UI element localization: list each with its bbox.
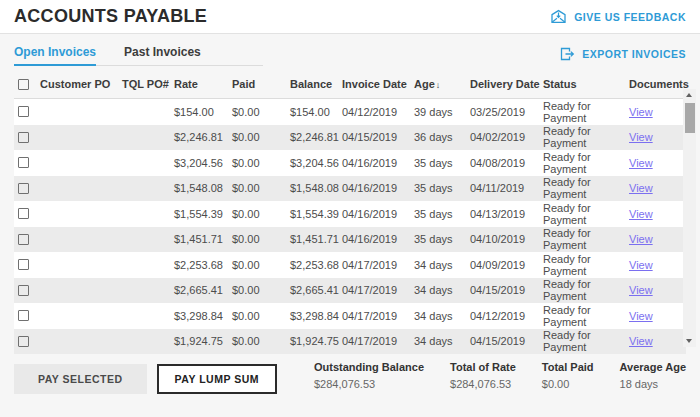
row-checkbox[interactable] [18, 157, 29, 168]
view-document-link[interactable]: View [629, 157, 653, 169]
summary-value: $284,076.53 [450, 378, 516, 390]
view-document-link[interactable]: View [629, 131, 653, 143]
cell-paid: $0.00 [232, 259, 290, 271]
column-header-age[interactable]: Age↓ [414, 78, 470, 90]
cell-invoice-date: 04/17/2019 [342, 259, 414, 271]
cell-invoice-date: 04/16/2019 [342, 182, 414, 194]
cell-delivery-date: 04/08/2019 [470, 157, 543, 169]
summary-label: Total of Rate [450, 361, 516, 373]
cell-rate: $1,554.39 [174, 208, 232, 220]
cell-balance: $1,924.75 [290, 335, 342, 347]
column-header-customer-po[interactable]: Customer PO [40, 78, 122, 90]
row-checkbox[interactable] [18, 208, 29, 219]
column-header-status[interactable]: Status [543, 78, 629, 90]
cell-paid: $0.00 [232, 131, 290, 143]
cell-status: Ready for Payment [543, 202, 629, 226]
cell-status: Ready for Payment [543, 125, 629, 149]
cell-balance: $2,665.41 [290, 284, 342, 296]
cell-invoice-date: 04/16/2019 [342, 233, 414, 245]
row-checkbox[interactable] [18, 234, 29, 245]
cell-delivery-date: 04/09/2019 [470, 259, 543, 271]
scroll-down-icon[interactable] [686, 339, 692, 343]
pay-selected-button[interactable]: PAY SELECTED [14, 364, 147, 394]
payment-buttons: PAY SELECTED PAY LUMP SUM [14, 364, 277, 394]
row-checkbox[interactable] [18, 336, 29, 347]
table-row: $2,246.81 $0.00 $2,246.81 04/15/2019 36 … [14, 125, 686, 151]
row-checkbox[interactable] [18, 183, 29, 194]
cell-rate: $2,246.81 [174, 131, 232, 143]
summary-value: $0.00 [542, 378, 594, 390]
top-bar: ACCOUNTS PAYABLE GIVE US FEEDBACK [0, 0, 700, 34]
table-body: $154.00 $0.00 $154.00 04/12/2019 39 days… [14, 99, 686, 354]
cell-age: 35 days [414, 182, 470, 194]
cell-rate: $1,451.71 [174, 233, 232, 245]
scrollbar-thumb[interactable] [685, 103, 695, 133]
select-all-checkbox[interactable] [18, 79, 29, 90]
summary-label: Total Paid [542, 361, 594, 373]
view-document-link[interactable]: View [629, 310, 653, 322]
cell-paid: $0.00 [232, 335, 290, 347]
cell-paid: $0.00 [232, 233, 290, 245]
scroll-up-icon[interactable] [686, 93, 692, 97]
table-row: $2,253.68 $0.00 $2,253.68 04/17/2019 34 … [14, 252, 686, 278]
row-checkbox[interactable] [18, 285, 29, 296]
view-document-link[interactable]: View [629, 259, 653, 271]
export-icon [560, 47, 575, 61]
cell-rate: $1,548.08 [174, 182, 232, 194]
view-document-link[interactable]: View [629, 233, 653, 245]
cell-balance: $3,298.84 [290, 310, 342, 322]
export-invoices-link[interactable]: EXPORT INVOICES [560, 47, 686, 61]
summary-label: Average Age [620, 361, 686, 373]
cell-invoice-date: 04/15/2019 [342, 131, 414, 143]
cell-delivery-date: 04/15/2019 [470, 284, 543, 296]
cell-rate: $3,298.84 [174, 310, 232, 322]
footer-bar: PAY SELECTED PAY LUMP SUM Outstanding Ba… [0, 361, 700, 394]
cell-invoice-date: 04/17/2019 [342, 284, 414, 296]
cell-balance: $2,253.68 [290, 259, 342, 271]
row-checkbox[interactable] [18, 310, 29, 321]
cell-rate: $2,253.68 [174, 259, 232, 271]
cell-status: Ready for Payment [543, 151, 629, 175]
pay-lump-sum-button[interactable]: PAY LUMP SUM [157, 364, 277, 394]
column-header-paid[interactable]: Paid [232, 78, 290, 90]
cell-balance: $3,204.56 [290, 157, 342, 169]
cell-balance: $1,554.39 [290, 208, 342, 220]
cell-delivery-date: 04/02/2019 [470, 131, 543, 143]
view-document-link[interactable]: View [629, 335, 653, 347]
column-header-rate[interactable]: Rate [174, 78, 232, 90]
cell-age: 39 days [414, 106, 470, 118]
summary-outstanding-balance: Outstanding Balance $284,076.53 [314, 361, 424, 390]
table-row: $3,298.84 $0.00 $3,298.84 04/17/2019 34 … [14, 303, 686, 329]
cell-age: 35 days [414, 233, 470, 245]
cell-delivery-date: 04/10/2019 [470, 233, 543, 245]
row-checkbox[interactable] [18, 259, 29, 270]
cell-age: 34 days [414, 335, 470, 347]
tab-past-invoices[interactable]: Past Invoices [124, 42, 201, 66]
summary-average-age: Average Age 18 days [620, 361, 686, 390]
cell-status: Ready for Payment [543, 100, 629, 124]
cell-delivery-date: 04/13/2019 [470, 208, 543, 220]
column-header-delivery-date[interactable]: Delivery Date [470, 78, 543, 90]
table-row: $154.00 $0.00 $154.00 04/12/2019 39 days… [14, 99, 686, 125]
column-header-balance[interactable]: Balance [290, 78, 342, 90]
cell-age: 34 days [414, 284, 470, 296]
tab-open-invoices[interactable]: Open Invoices [14, 42, 96, 66]
cell-invoice-date: 04/17/2019 [342, 335, 414, 347]
column-header-invoice-date[interactable]: Invoice Date [342, 78, 414, 90]
invoice-tabs: Open Invoices Past Invoices [14, 42, 263, 66]
view-document-link[interactable]: View [629, 106, 653, 118]
column-header-documents[interactable]: Documents [629, 78, 689, 90]
table-scrollbar[interactable] [683, 89, 696, 347]
view-document-link[interactable]: View [629, 182, 653, 194]
column-header-tql-po[interactable]: TQL PO# [122, 78, 174, 90]
row-checkbox[interactable] [18, 106, 29, 117]
view-document-link[interactable]: View [629, 208, 653, 220]
give-us-feedback-link[interactable]: GIVE US FEEDBACK [550, 9, 686, 24]
summary-total-of-rate: Total of Rate $284,076.53 [450, 361, 516, 390]
row-checkbox[interactable] [18, 132, 29, 143]
cell-invoice-date: 04/16/2019 [342, 208, 414, 220]
export-label: EXPORT INVOICES [582, 48, 686, 60]
cell-rate: $154.00 [174, 106, 232, 118]
table-row: $1,548.08 $0.00 $1,548.08 04/16/2019 35 … [14, 176, 686, 202]
view-document-link[interactable]: View [629, 284, 653, 296]
